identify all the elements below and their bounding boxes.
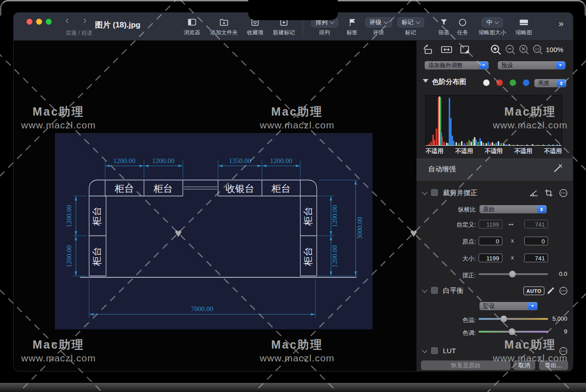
aspect-ratio-label: 纵横比 — [421, 206, 476, 214]
close-window-button[interactable] — [27, 19, 32, 25]
svg-text:1200.00: 1200.00 — [270, 157, 293, 164]
chevron-down-icon — [556, 62, 565, 69]
rating-button[interactable]: 评级 评级 — [362, 16, 394, 37]
custom-width-field[interactable]: 1199 — [479, 220, 502, 228]
size-width-field[interactable]: 1199 — [479, 254, 502, 262]
ellipsis-circle-icon[interactable] — [558, 286, 568, 296]
aspect-ratio-select[interactable]: 原始 — [479, 205, 547, 213]
image-viewer[interactable]: 1200.00 1200.00 1350.00 1200.00 1200.00 … — [14, 41, 416, 371]
temperature-value: 5,000 — [547, 315, 567, 322]
eyedropper-icon[interactable] — [545, 286, 555, 296]
custom-height-field[interactable]: 741 — [524, 220, 548, 228]
minimize-window-button[interactable] — [36, 19, 42, 25]
link-dimensions-icon[interactable]: ↔ — [507, 219, 515, 228]
svg-text:1200.00: 1200.00 — [331, 245, 338, 268]
zoom-100-button[interactable]: 100 — [532, 43, 544, 56]
task-button[interactable]: 任务 — [451, 16, 474, 37]
back-button[interactable]: ‹ — [65, 16, 69, 26]
origin-x-field[interactable]: 0 — [479, 237, 502, 245]
origin-y-field[interactable]: 0 — [524, 237, 548, 245]
chevron-down-icon[interactable] — [422, 348, 427, 353]
chevron-down-icon[interactable] — [422, 190, 427, 195]
export-button[interactable]: 导出… — [539, 360, 568, 370]
thumbnail-icon — [510, 16, 538, 28]
white-balance-preset-select[interactable]: 预设 — [479, 302, 538, 310]
auto-white-balance-button[interactable]: AUTO — [523, 286, 544, 295]
svg-text:柜台: 柜台 — [153, 183, 173, 194]
flip-horizontal-button[interactable] — [440, 44, 453, 55]
cad-floor-plan-image: 1200.00 1200.00 1350.00 1200.00 1200.00 … — [55, 133, 373, 329]
rotate-button[interactable] — [422, 44, 435, 55]
camera-notch — [248, 0, 338, 20]
straighten-slider[interactable] — [479, 273, 548, 275]
zoom-reset-button[interactable] — [518, 43, 531, 56]
browser-icon — [178, 16, 206, 28]
browser-button[interactable]: 浏览器 — [178, 16, 206, 37]
zoom-in-button[interactable] — [490, 43, 502, 56]
histogram-na-row: 不适用 不适用 不适用 不适用 不适用 — [426, 147, 562, 155]
more-toolbar-items-button[interactable]: » — [559, 18, 564, 29]
svg-text:柜台: 柜台 — [91, 207, 102, 226]
zoom-out-button[interactable] — [504, 43, 517, 56]
histogram-channel-select[interactable]: 亮度 — [534, 79, 566, 87]
slider-thumb[interactable] — [500, 315, 507, 322]
auto-enhance-row[interactable]: 自动增强 — [416, 159, 573, 180]
ellipsis-circle-icon[interactable] — [558, 346, 568, 356]
channel-green-button[interactable] — [510, 79, 516, 86]
straighten-label: 摆正: — [421, 271, 476, 280]
tag-button[interactable]: 标记 标记 — [394, 16, 426, 37]
flag-button[interactable]: 标签 — [341, 16, 363, 37]
tint-slider[interactable] — [479, 331, 548, 333]
restore-original-button[interactable]: 恢复至原始 — [421, 360, 511, 370]
add-folder-button[interactable]: 添加文件夹 — [206, 16, 242, 37]
ellipsis-circle-icon[interactable] — [558, 188, 568, 198]
toolbar-separator — [303, 18, 303, 36]
zoom-level-value: 100% — [546, 46, 563, 53]
back-forward-label: 后退 / 前进 — [59, 29, 100, 37]
chevron-down-icon[interactable] — [422, 287, 427, 292]
thumbnail-size-button[interactable]: 中 缩略图大小 — [472, 16, 513, 37]
size-label: 大小: — [421, 254, 476, 263]
size-height-field[interactable]: 741 — [524, 254, 548, 262]
thumbnail-button[interactable]: 缩略图 — [510, 16, 538, 37]
svg-text:收银台: 收银台 — [226, 183, 255, 194]
times-label: x — [511, 254, 514, 261]
forward-button[interactable]: › — [83, 16, 86, 26]
circle-icon — [451, 16, 474, 28]
slider-thumb[interactable] — [509, 270, 516, 277]
svg-text:1200.00: 1200.00 — [331, 205, 338, 228]
temperature-label: 色温: — [421, 316, 476, 324]
chevron-down-icon — [330, 20, 334, 24]
flag-icon — [341, 16, 363, 28]
preset-select[interactable]: 预设 — [498, 61, 565, 69]
disclosure-triangle-icon[interactable] — [423, 79, 428, 83]
temperature-slider[interactable] — [479, 318, 548, 320]
crop-enable-checkbox[interactable] — [431, 189, 438, 196]
channel-blue-button[interactable] — [523, 79, 529, 86]
chevron-down-icon — [479, 62, 488, 69]
histogram-title: 色阶分布图 — [432, 78, 466, 86]
crop-icon[interactable] — [543, 188, 554, 198]
crop-rotate-button[interactable] — [458, 44, 471, 55]
add-adjustment-select[interactable]: 添加额外调整 — [425, 61, 489, 69]
window-title: 图片 (18).jpg — [95, 20, 140, 30]
chevron-down-icon — [416, 20, 420, 24]
times-label: x — [511, 238, 514, 244]
cancel-button[interactable]: 取消 — [513, 360, 535, 370]
svg-text:1200.00: 1200.00 — [65, 245, 73, 268]
crop-section-header: 裁剪并摆正 — [416, 187, 573, 199]
lut-checkbox[interactable] — [431, 347, 438, 354]
angle-icon[interactable] — [529, 188, 539, 198]
white-balance-checkbox[interactable] — [431, 287, 438, 294]
svg-text:柜台: 柜台 — [114, 183, 134, 194]
histogram-baseline — [426, 145, 562, 146]
svg-text:1200.00: 1200.00 — [152, 157, 175, 164]
channel-white-button[interactable] — [483, 79, 490, 86]
svg-text:柜台: 柜台 — [303, 247, 313, 266]
zoom-window-button[interactable] — [46, 19, 52, 25]
channel-red-button[interactable] — [496, 79, 503, 86]
svg-text:柜台: 柜台 — [91, 247, 102, 266]
app-window: ‹ › 后退 / 前进 图片 (18).jpg 浏览器 — [14, 13, 573, 371]
slider-thumb[interactable] — [508, 328, 515, 335]
add-folder-icon — [206, 16, 242, 28]
